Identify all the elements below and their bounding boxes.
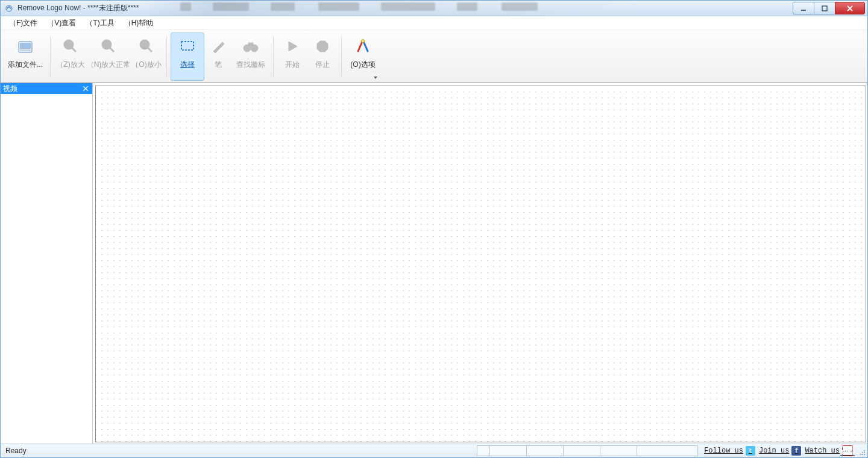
close-icon	[846, 5, 854, 12]
toolbar-separator	[273, 36, 274, 77]
follow-us-label: Follow us	[704, 447, 743, 455]
zoom-out-icon	[137, 37, 156, 56]
menubar: （F)文件 （V)查看 （T)工具 （H)帮助	[1, 16, 867, 30]
sidebar-header[interactable]: 视频	[1, 83, 92, 94]
join-us-label: Join us	[759, 447, 789, 455]
status-cell	[489, 445, 527, 456]
toolbar-separator	[50, 36, 51, 77]
main-area: 视频	[1, 83, 867, 444]
options-icon	[353, 37, 373, 56]
pen-tool-label: 笔	[215, 60, 222, 70]
menu-file[interactable]: （F)文件	[4, 17, 42, 30]
watch-us-link[interactable]: Watch usYouTube	[805, 445, 853, 456]
app-window: Remove Logo Now! - ****未注册版**** （F)文件 （V…	[0, 0, 868, 458]
status-cell	[563, 445, 600, 456]
options-label: (O)选项	[350, 60, 375, 70]
status-cell	[600, 445, 637, 456]
select-tool-label: 选择	[180, 60, 195, 70]
add-files-icon	[16, 37, 35, 56]
resize-grip[interactable]	[855, 446, 865, 456]
zoom-100-label: （N)放大正常	[87, 60, 131, 70]
twitter-icon: t	[746, 446, 755, 456]
window-title: Remove Logo Now! - ****未注册版****	[17, 3, 139, 13]
svg-line-13	[148, 48, 152, 52]
join-us-link[interactable]: Join usf	[759, 446, 801, 456]
statusbar: Ready Follow ust Join usf Watch usYouTub…	[1, 444, 867, 457]
chevron-down-icon	[374, 77, 377, 79]
close-button[interactable]	[835, 2, 865, 14]
add-files-label: 添加文件...	[8, 60, 43, 70]
toolbar: 添加文件... （Z)放大 （N)放大正常 （O)放	[1, 30, 867, 83]
sidebar-title: 视频	[3, 84, 17, 94]
svg-point-10	[102, 40, 111, 49]
status-cell	[637, 445, 698, 456]
zoom-in-label: （Z)放大	[56, 60, 84, 70]
start-label: 开始	[285, 60, 300, 70]
svg-rect-5	[20, 49, 31, 51]
maximize-icon	[821, 5, 828, 12]
toolbar-separator	[341, 36, 342, 77]
close-icon	[83, 86, 88, 91]
facebook-icon: f	[791, 446, 801, 456]
minimize-button[interactable]	[793, 2, 814, 14]
stop-button[interactable]: 停止	[307, 33, 338, 81]
zoom-in-button[interactable]: （Z)放大	[54, 33, 87, 81]
status-cell	[526, 445, 564, 456]
canvas-wrap	[93, 83, 867, 444]
window-controls	[793, 2, 865, 14]
zoom-100-icon	[99, 37, 118, 56]
stop-label: 停止	[315, 60, 330, 70]
svg-rect-4	[20, 43, 31, 49]
marquee-icon	[178, 37, 197, 56]
svg-rect-18	[248, 43, 253, 46]
options-button[interactable]: (O)选项	[345, 33, 380, 81]
svg-rect-2	[822, 6, 827, 11]
sidebar-close-button[interactable]	[81, 84, 90, 93]
start-button[interactable]: 开始	[277, 33, 307, 81]
youtube-icon: YouTube	[842, 445, 853, 456]
social-links: Follow ust Join usf Watch usYouTube	[704, 445, 853, 456]
watch-us-label: Watch us	[805, 447, 840, 455]
svg-rect-1	[801, 10, 806, 11]
toolbar-separator	[166, 36, 167, 77]
status-cells	[477, 445, 698, 456]
status-cell	[477, 445, 490, 456]
svg-line-11	[110, 48, 114, 52]
sidebar: 视频	[1, 83, 93, 444]
zoom-in-icon	[61, 37, 80, 56]
zoom-out-label: （O)放小	[131, 60, 161, 70]
zoom-out-button[interactable]: （O)放小	[130, 33, 163, 81]
titlebar[interactable]: Remove Logo Now! - ****未注册版****	[1, 1, 867, 16]
svg-rect-15	[181, 42, 193, 50]
app-icon	[4, 4, 14, 13]
find-logo-button[interactable]: 查找徽标	[232, 33, 269, 81]
maximize-button[interactable]	[814, 2, 835, 14]
select-tool-button[interactable]: 选择	[171, 33, 204, 81]
svg-line-7	[72, 48, 76, 52]
svg-point-19	[362, 40, 365, 43]
find-logo-label: 查找徽标	[236, 60, 265, 70]
pen-tool-button[interactable]: 笔	[204, 33, 232, 81]
stop-icon	[313, 37, 332, 56]
follow-us-link[interactable]: Follow ust	[704, 446, 755, 456]
canvas[interactable]	[95, 86, 866, 442]
status-text: Ready	[3, 447, 27, 455]
minimize-icon	[800, 5, 807, 12]
play-icon	[283, 37, 302, 56]
add-files-button[interactable]: 添加文件...	[4, 33, 46, 81]
sidebar-body[interactable]	[1, 94, 92, 444]
binoculars-icon	[241, 37, 260, 56]
zoom-100-button[interactable]: （N)放大正常	[87, 33, 130, 81]
titlebar-spacer	[142, 1, 790, 16]
menu-help[interactable]: （H)帮助	[119, 17, 159, 30]
pen-icon	[209, 37, 228, 56]
menu-tools[interactable]: （T)工具	[81, 17, 119, 30]
menu-view[interactable]: （V)查看	[42, 17, 81, 30]
